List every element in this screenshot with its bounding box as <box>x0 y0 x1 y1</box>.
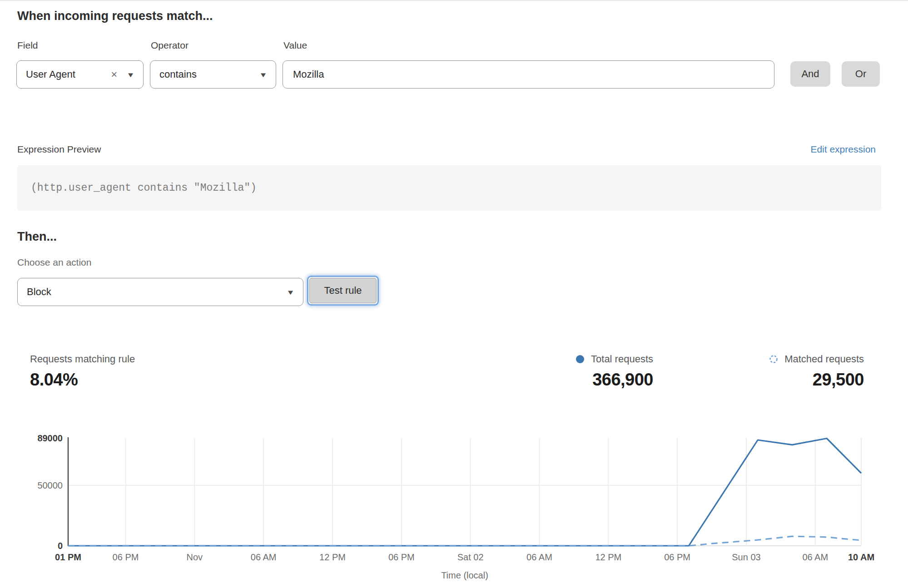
total-requests-stat: Total requests 366,900 <box>575 353 653 390</box>
action-select[interactable]: Block ▼ <box>17 278 303 306</box>
field-label: Field <box>17 40 38 51</box>
total-requests-dot-icon <box>575 354 585 364</box>
test-rule-focus-ring: Test rule <box>307 276 379 306</box>
x-tick-label: 06 AM <box>251 552 277 562</box>
chevron-down-icon: ▼ <box>126 71 135 78</box>
total-requests-line <box>68 439 861 546</box>
matched-requests-value: 29,500 <box>813 370 864 390</box>
requests-matching-label: Requests matching rule <box>30 353 135 365</box>
expression-code: (http.user_agent contains "Mozilla") <box>31 182 257 194</box>
x-tick-label: 06 PM <box>113 552 139 562</box>
action-select-value: Block <box>27 286 51 298</box>
y-tick-label: 89000 <box>37 433 63 443</box>
total-requests-legend: Total requests <box>575 353 653 365</box>
requests-matching-value: 8.04% <box>30 370 135 390</box>
matched-requests-dashed-circle-icon <box>769 354 779 364</box>
matched-requests-stat: Matched requests 29,500 <box>769 353 864 390</box>
total-requests-label: Total requests <box>591 353 653 365</box>
then-section-heading: Then... <box>17 230 57 244</box>
requests-matching-stat: Requests matching rule 8.04% <box>30 353 135 390</box>
matched-requests-legend: Matched requests <box>769 353 864 365</box>
matched-requests-line <box>68 536 861 546</box>
test-rule-button[interactable]: Test rule <box>309 278 377 303</box>
edit-expression-link[interactable]: Edit expression <box>810 144 876 155</box>
value-input[interactable] <box>283 60 774 89</box>
x-tick-label: 12 PM <box>595 552 621 562</box>
expression-preview-label: Expression Preview <box>17 144 101 155</box>
x-tick-label: 06 PM <box>388 552 415 562</box>
or-button[interactable]: Or <box>842 61 880 87</box>
value-label: Value <box>283 40 307 51</box>
x-tick-label: 01 PM <box>55 552 81 562</box>
expression-preview-box: (http.user_agent contains "Mozilla") <box>17 165 881 211</box>
x-tick-label: Sun 03 <box>732 552 760 562</box>
operator-label: Operator <box>151 40 189 51</box>
x-tick-label: 06 PM <box>664 552 690 562</box>
firewall-rule-builder-page: When incoming requests match... Field Op… <box>0 0 908 588</box>
matched-requests-label: Matched requests <box>784 353 864 365</box>
x-tick-label: 10 AM <box>848 552 874 562</box>
or-button-wrap: Or <box>842 61 880 87</box>
x-tick-label: 06 AM <box>526 552 552 562</box>
x-axis-title: Time (local) <box>441 570 488 580</box>
field-select[interactable]: User Agent × ▼ <box>16 60 144 89</box>
operator-select[interactable]: contains ▼ <box>150 60 276 89</box>
requests-chart: 0500008900001 PM06 PMNov06 AM12 PM06 PMS… <box>0 423 908 588</box>
choose-action-label: Choose an action <box>17 257 91 268</box>
chevron-down-icon: ▼ <box>259 71 268 78</box>
chevron-down-icon: ▼ <box>286 289 295 296</box>
y-tick-label: 0 <box>58 541 63 551</box>
clear-icon[interactable]: × <box>111 69 117 80</box>
x-tick-label: Sat 02 <box>457 552 484 562</box>
y-tick-label: 50000 <box>37 480 63 490</box>
x-tick-label: Nov <box>187 552 203 562</box>
match-section-heading: When incoming requests match... <box>17 9 213 23</box>
x-tick-label: 12 PM <box>319 552 346 562</box>
and-button[interactable]: And <box>790 61 830 87</box>
field-select-value: User Agent <box>26 69 75 80</box>
operator-select-value: contains <box>159 69 197 80</box>
x-tick-label: 06 AM <box>802 552 828 562</box>
total-requests-value: 366,900 <box>592 370 653 390</box>
and-button-wrap: And <box>790 61 830 87</box>
value-input-wrap <box>283 60 774 89</box>
